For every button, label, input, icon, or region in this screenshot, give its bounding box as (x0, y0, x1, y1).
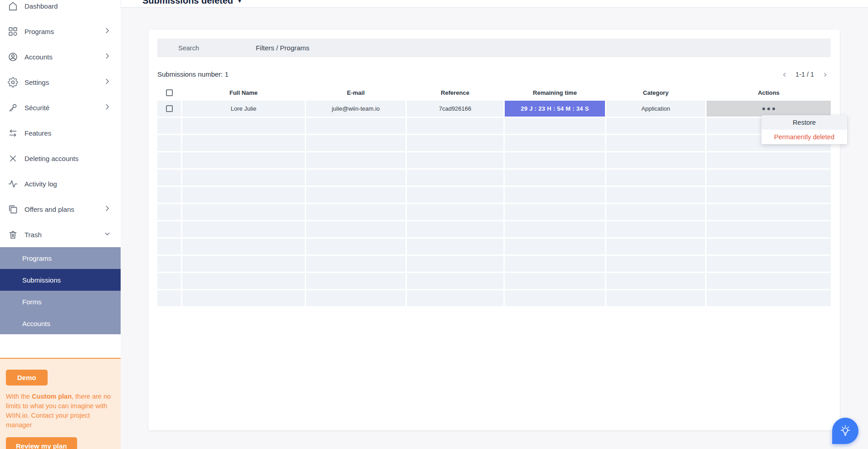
empty-cell (505, 239, 605, 254)
empty-table-row (157, 273, 831, 289)
sidebar-item-deleting-accounts[interactable]: Deleting accounts (0, 146, 121, 171)
actions-menu: RestorePermanently deleted (761, 115, 847, 144)
empty-cell (157, 170, 181, 185)
empty-cell (407, 187, 503, 203)
row-actions-button[interactable] (707, 101, 831, 117)
empty-cell (182, 256, 305, 272)
sidebar-item-settings[interactable]: Settings (0, 69, 121, 95)
empty-cell (707, 152, 831, 168)
empty-cell (707, 256, 831, 272)
search-input[interactable]: Search (178, 44, 199, 52)
column-header-category: Category (606, 89, 705, 96)
empty-cell (182, 273, 305, 289)
demo-text: With the Custom plan, there are no limit… (6, 392, 115, 430)
empty-cell (157, 152, 181, 168)
empty-cell (505, 118, 605, 134)
sidebar-item-activity-log[interactable]: Activity log (0, 171, 121, 196)
funnel-icon[interactable] (244, 44, 252, 52)
sidebar-item-label: Deleting accounts (24, 155, 112, 162)
empty-cell (707, 290, 831, 306)
sidebar-item-label: Sécurité (24, 104, 103, 112)
trash-submenu-item-accounts[interactable]: Accounts (0, 312, 121, 334)
sidebar-item-label: Activity log (24, 180, 112, 188)
column-header-full-name: Full Name (182, 89, 305, 96)
sidebar-item-offers-and-plans[interactable]: Offers and plans (0, 196, 121, 222)
empty-cell (606, 221, 705, 237)
empty-table-row (157, 221, 831, 237)
lightbulb-icon (839, 424, 852, 439)
prev-page-button[interactable]: ‹ (782, 71, 786, 78)
content-area: Search Filters / Programs Submissions nu… (121, 8, 868, 449)
chevron-right-icon (103, 103, 112, 112)
sidebar-item-features[interactable]: Features (0, 120, 121, 146)
gear-icon (7, 76, 19, 88)
menu-item-permanently-deleted[interactable]: Permanently deleted (761, 130, 847, 144)
sidebar-item-label: Programs (24, 28, 103, 35)
cell-email: julie@wiin-team.io (306, 101, 405, 117)
menu-item-restore[interactable]: Restore (761, 115, 847, 130)
grid-icon (7, 25, 19, 37)
empty-cell (505, 221, 605, 237)
pagination: ‹ 1-1 / 1 › (782, 71, 827, 78)
table-row: Lore Juliejulie@wiin-team.io7cad92616629… (157, 101, 831, 117)
sidebar-item-label: Dashboard (24, 2, 112, 10)
chevron-right-icon (103, 205, 112, 214)
trash-submenu-item-programs[interactable]: Programs (0, 247, 121, 269)
empty-cell (157, 239, 181, 254)
empty-cell (182, 290, 305, 306)
demo-badge[interactable]: Demo (6, 370, 48, 386)
empty-cell (606, 256, 705, 272)
empty-cell (407, 273, 503, 289)
caret-down-icon[interactable]: ▼ (237, 0, 242, 4)
page-header: Submissions deleted ▼ (121, 0, 868, 8)
empty-cell (505, 273, 605, 289)
sidebar-item-label: Trash (24, 231, 103, 239)
select-all-checkbox[interactable] (166, 89, 173, 96)
empty-cell (182, 204, 305, 220)
cell-full-name: Lore Julie (182, 101, 305, 117)
empty-cell (182, 152, 305, 168)
sidebar-item-programs[interactable]: Programs (0, 19, 121, 44)
page-range-label: 1-1 / 1 (795, 71, 814, 78)
x-icon (7, 152, 19, 164)
filters-button[interactable]: Filters / Programs (256, 44, 309, 52)
column-header-e-mail: E-mail (306, 89, 405, 96)
empty-cell (182, 135, 305, 151)
chevron-right-icon (103, 52, 112, 61)
sidebar-item-accounts[interactable]: Accounts (0, 44, 121, 69)
empty-cell (407, 118, 503, 134)
row-select-cell (157, 101, 181, 117)
column-header-remaining-time: Remaining time (505, 89, 605, 96)
demo-text-bold: Custom plan (32, 393, 72, 400)
home-icon (7, 0, 19, 12)
empty-cell (407, 239, 503, 254)
row-checkbox[interactable] (166, 105, 173, 112)
review-plan-button[interactable]: Review my plan (6, 437, 77, 449)
sidebar-item-s-curit[interactable]: Sécurité (0, 95, 121, 120)
trash-submenu-item-submissions[interactable]: Submissions (0, 269, 121, 291)
empty-table-row (157, 152, 831, 168)
sidebar-item-trash[interactable]: Trash (0, 222, 121, 247)
empty-cell (606, 187, 705, 203)
empty-cell (182, 239, 305, 254)
empty-table-row (157, 290, 831, 306)
chevron-down-icon (103, 230, 112, 239)
empty-cell (606, 273, 705, 289)
empty-cell (407, 290, 503, 306)
empty-cell (606, 239, 705, 254)
empty-cell (157, 187, 181, 203)
empty-cell (157, 273, 181, 289)
trash-submenu-item-forms[interactable]: Forms (0, 291, 121, 312)
help-fab[interactable] (832, 418, 858, 444)
submenu-item-label: Programs (22, 254, 52, 262)
empty-cell (157, 204, 181, 220)
user-circle-icon (7, 51, 19, 63)
submissions-count: Submissions number: 1 (157, 70, 229, 78)
empty-cell (182, 170, 305, 185)
empty-cell (407, 170, 503, 185)
sidebar-item-dashboard[interactable]: Dashboard (0, 0, 121, 19)
sidebar-nav: DashboardProgramsAccountsSettingsSécurit… (0, 0, 121, 247)
next-page-button[interactable]: › (823, 71, 827, 78)
empty-cell (407, 152, 503, 168)
empty-table-row (157, 187, 831, 203)
